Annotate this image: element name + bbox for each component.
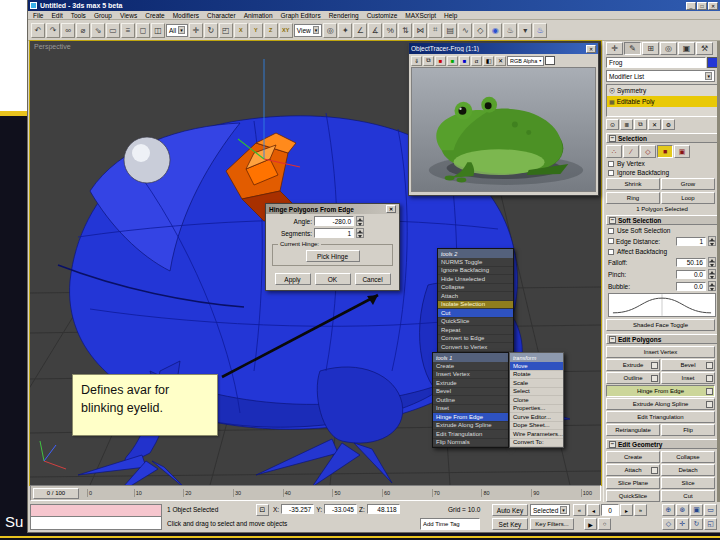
add-time-tag[interactable]: Add Time Tag bbox=[420, 518, 480, 530]
percent-snap-icon[interactable]: % bbox=[383, 23, 397, 38]
key-selection-dropdown[interactable]: Selected ▾ bbox=[530, 504, 570, 516]
rollout-header-edit-polygons[interactable]: − Edit Polygons bbox=[606, 334, 718, 344]
falloff-field[interactable]: 50.16 bbox=[676, 258, 706, 267]
arc-rotate-icon[interactable]: ↻ bbox=[690, 518, 703, 530]
clear-rendered-frame-icon[interactable]: ✕ bbox=[495, 56, 506, 66]
auto-key-button[interactable]: Auto Key bbox=[492, 504, 528, 516]
window-control-button[interactable]: ✕ bbox=[708, 2, 718, 10]
edit-polygons-button[interactable]: Outline bbox=[606, 372, 660, 384]
channel-dropdown[interactable]: RGB Alpha ▾ bbox=[507, 56, 544, 66]
dialog-title-bar[interactable]: Hinge Polygons From Edge ✕ bbox=[266, 204, 399, 214]
element-mode-icon[interactable]: ▣ bbox=[674, 145, 690, 158]
edge-mode-icon[interactable]: ∕ bbox=[623, 145, 639, 158]
window-crossing-icon[interactable]: ◫ bbox=[151, 23, 165, 38]
angle-snap-icon[interactable]: ∡ bbox=[368, 23, 382, 38]
set-key-button[interactable]: Set Key bbox=[492, 518, 528, 530]
quad-menu-item[interactable]: Rotate bbox=[510, 371, 563, 380]
segments-spinner[interactable] bbox=[356, 228, 364, 238]
z-coordinate-field[interactable]: 48.118 bbox=[367, 504, 400, 514]
edit-geometry-button[interactable]: Create bbox=[606, 451, 660, 463]
edge-distance-checkbox[interactable] bbox=[608, 238, 614, 244]
render-scene-icon[interactable]: ♨ bbox=[503, 23, 517, 38]
quad-menu-item[interactable]: Move bbox=[510, 362, 563, 371]
shaded-face-toggle-button[interactable]: Shaded Face Toggle bbox=[606, 319, 715, 331]
quad-menu-item[interactable]: Create bbox=[433, 362, 508, 371]
quad-menu-item[interactable]: Repeat bbox=[438, 326, 513, 335]
edit-geometry-button[interactable]: Detach bbox=[661, 464, 715, 476]
pin-stack-icon[interactable]: ⊙ bbox=[606, 119, 619, 130]
material-editor-icon[interactable]: ◉ bbox=[488, 23, 502, 38]
edit-geometry-button[interactable]: Collapse bbox=[661, 451, 715, 463]
quad-menu-item[interactable]: Isolate Selection bbox=[438, 301, 513, 310]
rendered-frame-window[interactable]: ObjectTracer-Frog (1:1) ✕ ⇓⧉■■■α◧✕ RGB A… bbox=[408, 42, 599, 196]
quad-menu-item[interactable]: Convert to Vertex bbox=[438, 343, 513, 352]
previous-frame-icon[interactable]: ◂ bbox=[587, 504, 600, 516]
edit-geometry-button[interactable]: QuickSlice bbox=[606, 490, 660, 502]
unlink-selection-icon[interactable]: ⌀ bbox=[76, 23, 90, 38]
quad-menu-item[interactable]: Curve Editor... bbox=[510, 413, 563, 422]
layer-manager-icon[interactable]: ▤ bbox=[443, 23, 457, 38]
zoom-icon[interactable]: ⊕ bbox=[662, 504, 675, 516]
y-coordinate-field[interactable]: -33.045 bbox=[324, 504, 357, 514]
apply-button[interactable]: Apply bbox=[275, 273, 311, 285]
menu-item[interactable]: Customize bbox=[367, 12, 398, 19]
min-max-toggle-icon[interactable]: ◱ bbox=[704, 518, 717, 530]
use-pivot-center-icon[interactable]: ◎ bbox=[323, 23, 337, 38]
edit-polygons-button[interactable]: Edit Triangulation bbox=[606, 411, 715, 423]
render-window-title-bar[interactable]: ObjectTracer-Frog (1:1) ✕ bbox=[409, 43, 598, 54]
z-axis-constraint-icon[interactable]: Z bbox=[264, 23, 278, 38]
quad-menu-item[interactable]: Flip Normals bbox=[433, 439, 508, 448]
menu-item[interactable]: File bbox=[33, 12, 43, 19]
modify-tab[interactable]: ✎ bbox=[624, 42, 641, 55]
pick-hinge-button[interactable]: Pick Hinge bbox=[306, 250, 360, 262]
select-and-scale-icon[interactable]: ◰ bbox=[219, 23, 233, 38]
modifier-editable-poly[interactable]: ▦ Editable Poly bbox=[607, 96, 717, 107]
next-frame-icon[interactable]: ▸ bbox=[620, 504, 633, 516]
background-color-swatch[interactable] bbox=[545, 56, 555, 65]
pinch-spinner[interactable] bbox=[708, 269, 716, 279]
quad-menu-item[interactable]: Attach bbox=[438, 292, 513, 301]
menu-item[interactable]: Animation bbox=[244, 12, 273, 19]
go-to-end-icon[interactable]: » bbox=[634, 504, 647, 516]
dialog-close-button[interactable]: ✕ bbox=[386, 205, 396, 213]
pan-icon[interactable]: ✛ bbox=[676, 518, 689, 530]
edit-polygons-button[interactable]: Hinge From Edge bbox=[606, 385, 715, 397]
edit-geometry-button[interactable]: Slice bbox=[661, 477, 715, 489]
select-and-link-icon[interactable]: ∞ bbox=[61, 23, 75, 38]
redo-icon[interactable]: ↷ bbox=[46, 23, 60, 38]
edit-polygons-button[interactable]: Flip bbox=[661, 424, 715, 436]
viewport-label[interactable]: Perspective bbox=[34, 43, 71, 50]
red-channel-icon[interactable]: ■ bbox=[435, 56, 446, 66]
modifier-list-dropdown[interactable]: Modifier List ▾ bbox=[606, 70, 715, 82]
menu-item[interactable]: MAXScript bbox=[405, 12, 436, 19]
blue-channel-icon[interactable]: ■ bbox=[459, 56, 470, 66]
object-name-field[interactable]: Frog bbox=[606, 57, 706, 68]
menu-item[interactable]: Graph Editors bbox=[281, 12, 321, 19]
utilities-tab[interactable]: ⚒ bbox=[696, 42, 713, 55]
use-soft-selection-checkbox[interactable] bbox=[608, 228, 614, 234]
monochrome-icon[interactable]: ◧ bbox=[483, 56, 494, 66]
rollout-header-selection[interactable]: − Selection bbox=[606, 133, 718, 143]
render-window-close-button[interactable]: ✕ bbox=[586, 45, 596, 53]
make-unique-icon[interactable]: ⧉ bbox=[634, 119, 647, 130]
bind-to-spacewarp-icon[interactable]: ⇘ bbox=[91, 23, 105, 38]
menu-item[interactable]: Edit bbox=[51, 12, 62, 19]
menu-item[interactable]: Views bbox=[120, 12, 137, 19]
save-bitmap-icon[interactable]: ⇓ bbox=[411, 56, 422, 66]
select-object-icon[interactable]: ▭ bbox=[106, 23, 120, 38]
timeline-ruler[interactable]: 0102030405060708090100 bbox=[81, 489, 598, 497]
quad-menu-item[interactable]: Select bbox=[510, 388, 563, 397]
edge-distance-spinner[interactable] bbox=[708, 236, 716, 246]
hinge-polygons-dialog[interactable]: Hinge Polygons From Edge ✕ Angle: -280.0… bbox=[265, 203, 400, 291]
quad-menu-item[interactable]: Insert Vertex bbox=[433, 371, 508, 380]
loop-button[interactable]: Loop bbox=[661, 192, 715, 204]
rollout-header-soft-selection[interactable]: − Soft Selection bbox=[606, 215, 718, 225]
zoom-region-icon[interactable]: ▭ bbox=[704, 504, 717, 516]
y-axis-constraint-icon[interactable]: Y bbox=[249, 23, 263, 38]
snap-toggle-icon[interactable]: ∠ bbox=[353, 23, 367, 38]
quad-menu-item[interactable]: Dope Sheet... bbox=[510, 422, 563, 431]
window-control-button[interactable]: _ bbox=[686, 2, 696, 10]
quad-menu-item[interactable]: Collapse bbox=[438, 284, 513, 293]
quad-menu-item[interactable]: Extrude bbox=[433, 379, 508, 388]
edit-geometry-button[interactable]: Cut bbox=[661, 490, 715, 502]
